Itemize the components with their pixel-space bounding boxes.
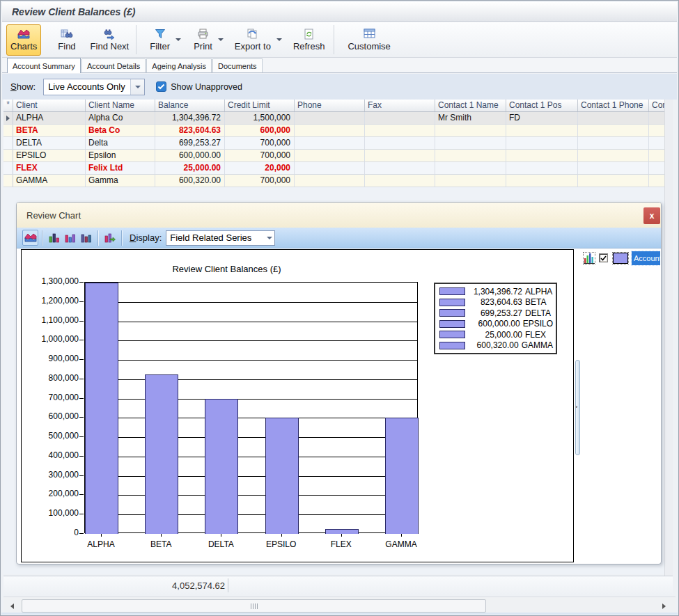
column-header-fax[interactable]: Fax xyxy=(365,100,435,111)
series-checkbox[interactable] xyxy=(599,253,608,262)
grid-cell[interactable]: 699,253.27 xyxy=(155,137,225,149)
grid-cell[interactable]: 700,000 xyxy=(225,175,295,187)
column-header-balance[interactable]: Balance xyxy=(155,100,225,111)
grid-cell[interactable] xyxy=(435,150,506,161)
print-button[interactable]: Print xyxy=(188,24,218,56)
tab-account-summary[interactable]: Account Summary xyxy=(7,58,81,73)
grid-cell[interactable]: GAMMA xyxy=(13,175,86,187)
grid-cell[interactable]: BETA xyxy=(13,125,86,136)
print-dropdown-arrow[interactable] xyxy=(218,38,224,41)
column-header-contact-1-pos[interactable]: Contact 1 Pos xyxy=(506,100,578,111)
grid-cell[interactable] xyxy=(435,175,506,187)
grid-cell[interactable] xyxy=(365,162,435,174)
horizontal-scrollbar-thumb[interactable] xyxy=(22,599,486,613)
chart-options-button[interactable] xyxy=(102,230,118,246)
grid-row-delta[interactable]: DELTADelta699,253.27700,000 xyxy=(3,137,666,150)
grid-cell[interactable]: Delta xyxy=(86,137,155,149)
grid-cell[interactable] xyxy=(578,162,649,174)
bar-alpha[interactable] xyxy=(85,283,118,534)
customise-button[interactable]: Customise xyxy=(342,24,396,56)
tab-ageing-analysis[interactable]: Ageing Analysis xyxy=(146,58,212,72)
grid-row-alpha[interactable]: ALPHAAlpha Co1,304,396.721,500,000Mr Smi… xyxy=(3,112,666,125)
series-item[interactable]: Account Ba xyxy=(582,251,660,265)
grid-cell[interactable] xyxy=(506,162,578,174)
grid-cell[interactable] xyxy=(649,162,666,174)
grid-row-beta[interactable]: BETABeta Co823,604.63600,000 xyxy=(3,125,666,137)
export-to-button[interactable]: Export to xyxy=(229,24,276,56)
grid-cell[interactable]: 1,500,000 xyxy=(225,112,295,124)
grid-cell[interactable] xyxy=(295,162,365,174)
grid-cell[interactable] xyxy=(578,137,649,149)
grid-cell[interactable] xyxy=(365,125,435,136)
grid-cell[interactable]: 700,000 xyxy=(225,150,295,161)
scroll-right-arrow-icon[interactable] xyxy=(662,603,666,609)
grid-cell[interactable] xyxy=(365,137,435,149)
display-combo-dropdown-button[interactable] xyxy=(264,231,274,245)
column-header-credit-limit[interactable]: Credit Limit xyxy=(225,100,295,111)
grid-cell[interactable]: EPSILO xyxy=(13,150,86,161)
horizontal-scrollbar[interactable] xyxy=(3,597,676,614)
grid-cell[interactable] xyxy=(578,125,649,136)
grid-cell[interactable]: DELTA xyxy=(13,137,86,149)
grid-cell[interactable]: 1,304,396.72 xyxy=(155,112,225,124)
grid-cell[interactable] xyxy=(365,112,435,124)
find-next-button[interactable]: Find Next xyxy=(87,24,133,56)
grid-cell[interactable]: 700,000 xyxy=(225,137,295,149)
grid-cell[interactable]: 823,604.63 xyxy=(155,125,225,136)
grid-cell[interactable] xyxy=(506,137,578,149)
tab-documents[interactable]: Documents xyxy=(212,58,263,72)
grid-cell[interactable] xyxy=(365,150,435,161)
grid-cell[interactable]: ALPHA xyxy=(13,112,86,124)
grid-cell[interactable]: Beta Co xyxy=(86,125,155,136)
export-dropdown-arrow[interactable] xyxy=(276,38,282,41)
bar-epsilo[interactable] xyxy=(265,418,299,534)
grid-cell[interactable] xyxy=(649,125,666,136)
bar-gamma[interactable] xyxy=(385,418,419,534)
refresh-button[interactable]: Refresh xyxy=(288,24,331,56)
grid-cell[interactable] xyxy=(649,175,666,187)
grid-cell[interactable]: 25,000.00 xyxy=(155,162,225,174)
grid-cell[interactable]: FLEX xyxy=(13,162,86,174)
grid-cell[interactable]: Mr Smith xyxy=(435,112,506,124)
chart-type-area-button[interactable] xyxy=(22,230,38,246)
grid-cell[interactable]: 600,000 xyxy=(225,125,295,136)
chart-type-bar3-button[interactable] xyxy=(78,230,94,246)
charts-button[interactable]: Charts xyxy=(6,24,41,56)
grid-row-epsilo[interactable]: EPSILOEpsilon600,000.00700,000 xyxy=(3,150,666,162)
grid-cell[interactable] xyxy=(578,150,649,161)
column-header-contact-1-name[interactable]: Contact 1 Name xyxy=(435,100,506,111)
grid-cell[interactable] xyxy=(649,137,666,149)
chart-type-bar2-button[interactable] xyxy=(62,230,78,246)
chart-splitter[interactable]: › xyxy=(575,248,580,563)
grid-cell[interactable] xyxy=(578,112,649,124)
grid-cell[interactable] xyxy=(295,137,365,149)
column-header-contact-1[interactable]: Contact 1 xyxy=(649,100,666,111)
grid-cell[interactable] xyxy=(295,150,365,161)
grid-cell[interactable] xyxy=(649,112,666,124)
grid-cell[interactable] xyxy=(506,125,578,136)
grid-cell[interactable]: 600,000.00 xyxy=(155,150,225,161)
column-header-client-name[interactable]: Client Name xyxy=(86,100,155,111)
grid-cell[interactable]: FD xyxy=(506,112,578,124)
grid-row-gamma[interactable]: GAMMAGamma600,320.00700,000 xyxy=(3,175,666,187)
chart-type-bar1-button[interactable] xyxy=(46,230,62,246)
grid-cell[interactable]: 600,320.00 xyxy=(155,175,225,187)
grid-row-flex[interactable]: FLEXFelix Ltd25,000.0020,000 xyxy=(3,162,666,175)
show-combo-dropdown-button[interactable] xyxy=(130,79,144,95)
grid-cell[interactable] xyxy=(365,175,435,187)
grid-cell[interactable]: Gamma xyxy=(86,175,155,187)
grid-cell[interactable] xyxy=(506,175,578,187)
grid-cell[interactable] xyxy=(578,175,649,187)
grid-cell[interactable] xyxy=(435,125,506,136)
show-combo[interactable]: Live Accounts Only xyxy=(43,79,145,95)
grid-vertical-scrollbar[interactable] xyxy=(664,100,673,593)
bar-beta[interactable] xyxy=(145,374,178,534)
bar-flex[interactable] xyxy=(325,529,359,534)
grid-cell[interactable]: Epsilon xyxy=(86,150,155,161)
grid-cell[interactable] xyxy=(435,137,506,149)
scroll-left-arrow-icon[interactable] xyxy=(10,603,14,609)
grid-cell[interactable] xyxy=(295,125,365,136)
tab-account-details[interactable]: Account Details xyxy=(81,58,146,72)
show-unapproved-checkbox[interactable] xyxy=(156,81,166,92)
close-button[interactable]: x xyxy=(643,207,660,224)
